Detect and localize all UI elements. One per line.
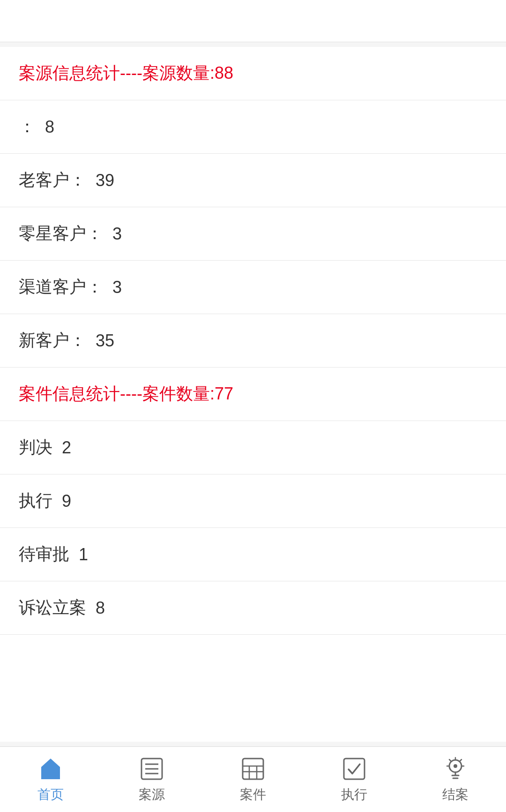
execution-label: 执行	[19, 489, 52, 512]
svg-rect-10	[344, 759, 365, 779]
litigation-filing-value: 8	[96, 598, 105, 618]
home-icon	[37, 756, 64, 782]
svg-rect-5	[243, 759, 263, 779]
tab-execution-label: 执行	[341, 786, 367, 804]
channel-customer-label: 渠道客户：	[19, 276, 103, 299]
zero-customer[interactable]: 零星客户：3	[0, 207, 506, 261]
tab-case-source-label: 案源	[139, 786, 165, 804]
tab-close-label: 结案	[442, 786, 469, 804]
execution-value: 9	[62, 491, 71, 511]
judgment-value: 2	[62, 438, 71, 458]
zero-customer-value: 3	[112, 224, 122, 244]
main-content: 案源信息统计----案源数量:88：8老客户：39零星客户：3渠道客户：3新客户…	[0, 47, 506, 742]
tab-case-source[interactable]: 案源	[101, 747, 202, 812]
grid-icon	[240, 756, 266, 782]
svg-point-15	[454, 764, 457, 768]
page-wrapper: 案源信息统计----案源数量:88：8老客户：39零星客户：3渠道客户：3新客户…	[0, 0, 506, 812]
new-customer-label: 新客户：	[19, 329, 86, 352]
judgment-label: 判决	[19, 436, 52, 459]
old-customer-value: 39	[96, 171, 114, 190]
case-info-header[interactable]: 案件信息统计----案件数量:77	[0, 368, 506, 421]
tab-bar: 首页 案源 案件 执行 结案	[0, 746, 506, 812]
unknown-row-label: ：	[19, 115, 36, 138]
pending-approval-label: 待审批	[19, 543, 69, 566]
svg-line-19	[449, 759, 451, 761]
case-source-header[interactable]: 案源信息统计----案源数量:88	[0, 47, 506, 100]
zero-customer-label: 零星客户：	[19, 222, 103, 245]
tab-home[interactable]: 首页	[0, 747, 101, 812]
svg-line-20	[460, 759, 462, 761]
case-source-header-label: 案源信息统计----案源数量:88	[19, 62, 233, 85]
page-header	[0, 0, 506, 42]
pending-approval-value: 1	[79, 545, 88, 564]
litigation-filing[interactable]: 诉讼立案8	[0, 581, 506, 635]
old-customer-label: 老客户：	[19, 169, 86, 192]
new-customer-value: 35	[96, 331, 114, 351]
list-icon	[139, 756, 165, 782]
judgment[interactable]: 判决2	[0, 421, 506, 474]
svg-rect-0	[48, 773, 53, 779]
channel-customer[interactable]: 渠道客户：3	[0, 261, 506, 314]
tab-case[interactable]: 案件	[202, 747, 304, 812]
case-info-header-label: 案件信息统计----案件数量:77	[19, 383, 233, 406]
pending-approval[interactable]: 待审批1	[0, 528, 506, 581]
lightbulb-icon	[442, 756, 469, 782]
tab-close[interactable]: 结案	[405, 747, 506, 812]
unknown-row[interactable]: ：8	[0, 100, 506, 154]
channel-customer-value: 3	[112, 278, 122, 297]
tab-home-label: 首页	[37, 786, 64, 804]
new-customer[interactable]: 新客户：35	[0, 314, 506, 368]
tab-execution[interactable]: 执行	[304, 747, 405, 812]
execution[interactable]: 执行9	[0, 474, 506, 528]
old-customer[interactable]: 老客户：39	[0, 154, 506, 207]
check-icon	[341, 756, 367, 782]
unknown-row-value: 8	[45, 117, 54, 137]
litigation-filing-label: 诉讼立案	[19, 596, 86, 619]
tab-case-label: 案件	[240, 786, 266, 804]
